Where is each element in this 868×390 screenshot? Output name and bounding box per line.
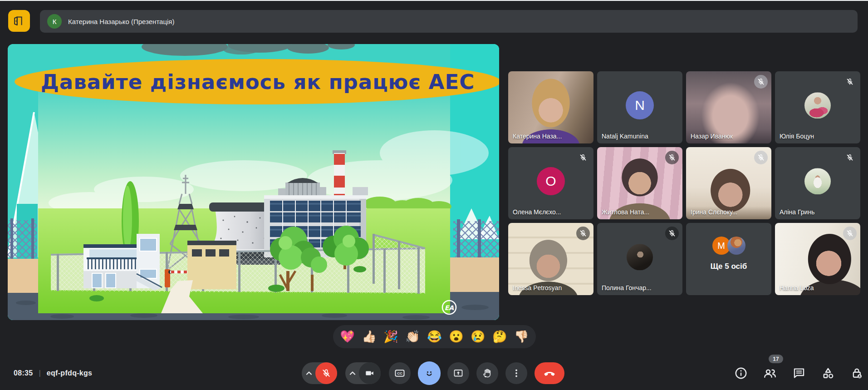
participant-tile[interactable]: Hanna Loza xyxy=(775,223,860,295)
chat-button[interactable] xyxy=(790,364,808,382)
participant-tile[interactable]: Назар Иванюк xyxy=(686,71,771,143)
top-edge-highlight xyxy=(0,0,868,1)
reaction-emoji-button[interactable]: 😂 xyxy=(427,325,441,348)
lock-person-icon xyxy=(850,366,864,380)
mic-off-badge xyxy=(576,151,590,164)
clock: 08:35 xyxy=(14,369,33,377)
slide-illustration: Давайте дізнаємось як працює АЕС EA xyxy=(8,44,499,320)
participant-tile[interactable]: MЩе 5 осіб xyxy=(686,223,771,295)
meeting-details[interactable]: 08:35 | eqf-pfdq-kgs xyxy=(14,362,92,384)
activities-icon xyxy=(821,366,835,380)
presenter-pill[interactable]: К Катерина Назарько (Презентація) xyxy=(40,10,858,33)
participant-tile[interactable]: Житлова Ната... xyxy=(597,147,682,219)
participant-tile[interactable]: Inessa Petrosyan xyxy=(508,223,593,295)
meet-app: К Катерина Назарько (Презентація) xyxy=(0,0,868,390)
mic-off-badge xyxy=(843,75,857,89)
reaction-emoji-button[interactable]: 😮 xyxy=(449,325,463,348)
mic-off-icon xyxy=(668,229,676,237)
mic-off-icon xyxy=(579,229,587,237)
more-options-button[interactable] xyxy=(505,362,527,384)
avatar xyxy=(627,244,653,270)
avatar: N xyxy=(626,91,654,119)
info-button[interactable] xyxy=(732,364,750,382)
participant-name: Natalj Kamunina xyxy=(602,133,648,140)
present-button[interactable] xyxy=(447,362,469,384)
chat-icon xyxy=(792,366,806,380)
participant-tile[interactable]: ООлена Мєлєхо... xyxy=(508,147,593,219)
reaction-emoji-button[interactable]: 🎉 xyxy=(383,325,398,348)
participant-name: Житлова Ната... xyxy=(602,208,649,216)
participant-tile[interactable]: Юлія Боцун xyxy=(775,71,860,143)
mic-off-icon xyxy=(321,368,331,378)
chevron-up-icon[interactable] xyxy=(304,368,314,379)
reaction-emoji-button[interactable]: 👍🏻 xyxy=(362,325,376,348)
mic-off-icon xyxy=(579,153,587,162)
mic-off-icon xyxy=(846,229,854,237)
participant-name: Аліна Гринь xyxy=(780,208,814,216)
utility-building xyxy=(187,241,236,289)
present-to-screen-icon xyxy=(453,368,464,379)
participant-tile[interactable]: Ірина Слєпоку... xyxy=(686,147,771,219)
participant-tile[interactable]: Катерина Наза... xyxy=(508,71,593,143)
call-controls: CC xyxy=(302,362,564,384)
participant-name: Полина Гончар... xyxy=(602,284,652,291)
mic-off-icon xyxy=(668,153,676,162)
participant-name: Ще 5 осіб xyxy=(686,262,771,271)
smile-icon xyxy=(423,367,435,379)
divider: | xyxy=(39,369,40,378)
mic-off-badge xyxy=(576,227,590,240)
open-door-icon xyxy=(11,13,27,29)
participant-tile[interactable]: NNatalj Kamunina xyxy=(597,71,682,143)
chevron-up-icon[interactable] xyxy=(347,368,358,379)
participant-grid: Катерина Наза...NNatalj KamuninaНазар Ив… xyxy=(508,71,860,295)
hand-icon xyxy=(482,368,493,379)
mic-button[interactable] xyxy=(315,362,337,384)
mic-control-group xyxy=(302,362,337,384)
presenter-name: Катерина Назарько (Презентація) xyxy=(68,18,175,25)
presentation-slide[interactable]: Давайте дізнаємось як працює АЕС EA xyxy=(8,44,499,320)
host-controls-button[interactable] xyxy=(848,364,866,382)
app-logo-button[interactable] xyxy=(8,10,30,32)
overflow-avatars: M xyxy=(686,237,771,255)
participant-name: Юлія Боцун xyxy=(780,133,814,140)
reaction-emoji-button[interactable]: 💖 xyxy=(340,325,354,348)
mic-off-icon xyxy=(757,78,765,86)
participant-tile[interactable]: Полина Гончар... xyxy=(597,223,682,295)
captions-button[interactable]: CC xyxy=(389,362,411,384)
presenter-avatar: К xyxy=(47,14,62,29)
mic-off-icon xyxy=(757,153,765,162)
svg-text:CC: CC xyxy=(397,371,402,375)
cc-icon: CC xyxy=(394,367,406,379)
call-end-icon xyxy=(543,367,556,380)
people-button[interactable] xyxy=(761,364,779,382)
mic-off-badge xyxy=(843,151,857,164)
reaction-emoji-button[interactable]: 👎🏻 xyxy=(514,325,529,348)
info-icon xyxy=(734,366,748,380)
reaction-emoji-button[interactable]: 👏🏻 xyxy=(405,325,420,348)
participant-name: Катерина Наза... xyxy=(513,133,562,140)
participant-name: Назар Иванюк xyxy=(691,133,733,140)
end-call-button[interactable] xyxy=(535,362,564,384)
participant-name: Олена Мєлєхо... xyxy=(513,208,561,216)
videocam-icon xyxy=(365,368,375,378)
raise-hand-button[interactable] xyxy=(476,362,498,384)
participant-tile[interactable]: Аліна Гринь xyxy=(775,147,860,219)
mic-off-badge xyxy=(665,151,679,164)
reaction-emoji-button[interactable]: 🤔 xyxy=(492,325,507,348)
participant-count-badge: 17 xyxy=(769,355,783,363)
people-icon xyxy=(763,366,777,380)
mic-off-icon xyxy=(846,78,854,86)
mic-off-badge xyxy=(754,151,768,164)
avatar: О xyxy=(537,167,565,195)
meeting-code: eqf-pfdq-kgs xyxy=(47,369,92,377)
reaction-emoji-button[interactable]: 😢 xyxy=(471,325,485,348)
reactions-button[interactable] xyxy=(418,361,441,385)
camera-button[interactable] xyxy=(359,362,381,384)
camera-control-group xyxy=(345,362,381,384)
activities-button[interactable] xyxy=(819,364,837,382)
avatar xyxy=(804,168,831,194)
participant-name: Hanna Loza xyxy=(780,284,814,291)
mic-off-badge xyxy=(843,227,857,240)
mic-off-icon xyxy=(846,153,854,162)
svg-text:EA: EA xyxy=(445,304,454,311)
